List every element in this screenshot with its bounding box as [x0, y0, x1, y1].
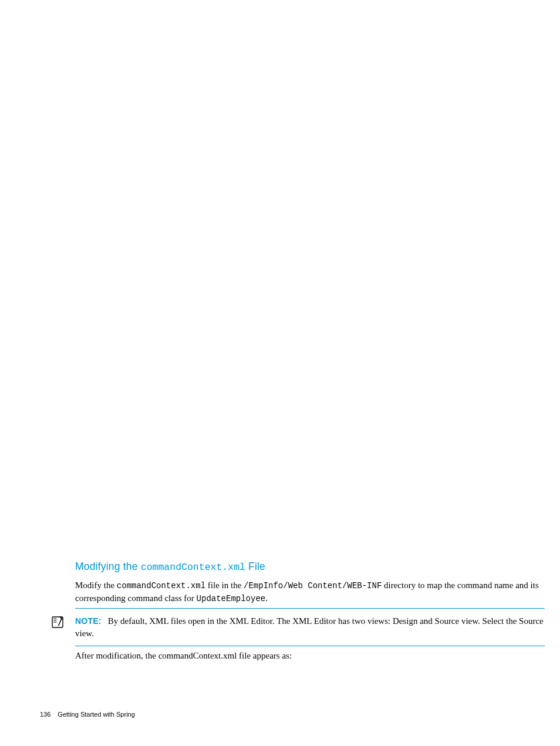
p2-c1: commandContext.xml [158, 651, 237, 660]
heading-suffix: File [245, 561, 265, 572]
note-icon [50, 615, 65, 629]
p1-t4: . [265, 593, 268, 603]
note-rule-top [75, 608, 545, 609]
note-body: By default, XML files open in the XML Ed… [75, 616, 544, 638]
p2-t2: file appears as: [237, 651, 292, 660]
p1-c3: UpdateEmployee [197, 594, 266, 603]
page-number: 136 [40, 711, 50, 718]
section-heading: Modifying the commandContext.xml File [75, 560, 545, 574]
p1-c1: commandContext.xml [117, 581, 205, 590]
p1-t2: file in the [205, 580, 244, 590]
heading-code: commandContext.xml [141, 562, 245, 573]
p1-t1: Modify the [75, 580, 117, 590]
paragraph-1: Modify the commandContext.xml file in th… [75, 579, 545, 605]
note-rule-bottom [75, 646, 545, 646]
p1-c2: /EmpInfo/Web Content/WEB-INF [244, 581, 382, 590]
page-footer: 136Getting Started with Spring [40, 710, 135, 719]
footer-title: Getting Started with Spring [58, 711, 134, 718]
note-text: NOTE: By default, XML files open in the … [75, 615, 545, 639]
p2-t1: After modification, the [75, 651, 158, 660]
heading-prefix: Modifying the [75, 561, 141, 572]
note-label: NOTE: [75, 616, 102, 626]
note-block: NOTE: By default, XML files open in the … [75, 612, 545, 642]
paragraph-2: After modification, the commandContext.x… [75, 650, 545, 662]
